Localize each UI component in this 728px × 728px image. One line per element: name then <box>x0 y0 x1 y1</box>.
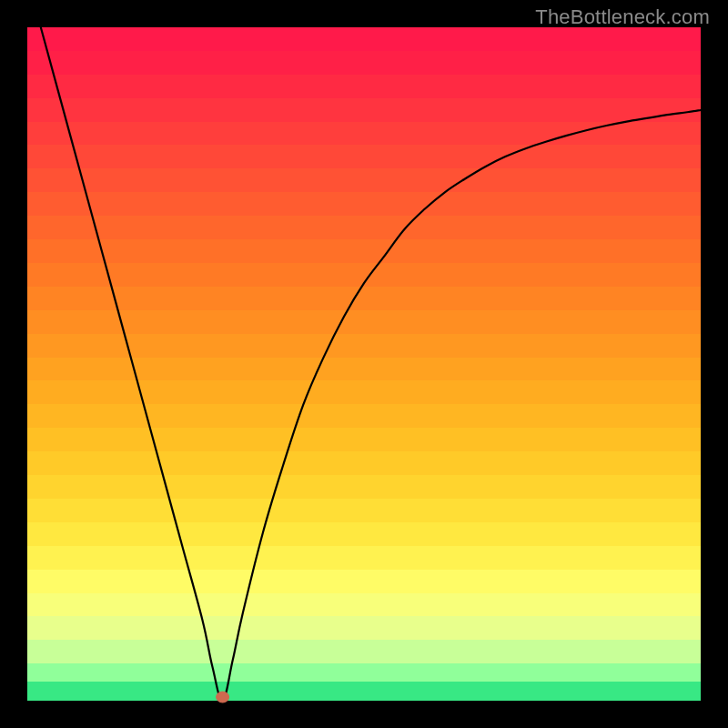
plot-area <box>27 27 701 701</box>
bottleneck-curve <box>41 27 701 701</box>
curve-svg <box>27 27 701 701</box>
chart-frame: TheBottleneck.com <box>0 0 728 728</box>
minimum-marker <box>217 692 229 703</box>
watermark-text: TheBottleneck.com <box>535 5 710 29</box>
